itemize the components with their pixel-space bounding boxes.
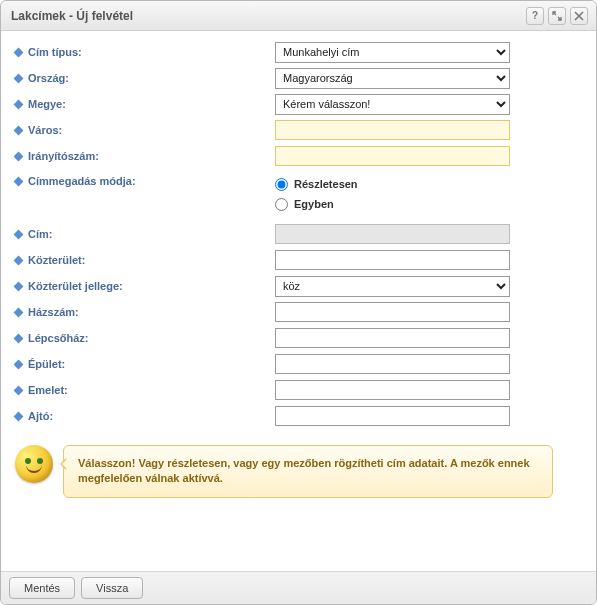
- bullet-icon: [14, 385, 24, 395]
- label-lepcsohaz: Lépcsőház:: [28, 332, 89, 344]
- label-epulet: Épület:: [28, 358, 65, 370]
- input-ajto[interactable]: [275, 406, 510, 426]
- label-kozterulet: Közterület:: [28, 254, 85, 266]
- help-icon: ?: [532, 10, 538, 21]
- input-emelet[interactable]: [275, 380, 510, 400]
- help-button[interactable]: ?: [526, 7, 544, 25]
- row-megye: Megye: Kérem válasszon!: [15, 93, 582, 115]
- label-cim-tipus: Cím típus:: [28, 46, 82, 58]
- smiley-icon: [15, 445, 53, 483]
- titlebar: Lakcímek - Új felvétel ?: [1, 1, 596, 31]
- form-content: Cím típus: Munkahelyi cím Ország: Magyar…: [1, 31, 596, 571]
- back-button[interactable]: Vissza: [81, 577, 143, 599]
- close-button[interactable]: [570, 7, 588, 25]
- row-cim-tipus: Cím típus: Munkahelyi cím: [15, 41, 582, 63]
- row-cim: Cím:: [15, 223, 582, 245]
- row-ajto: Ajtó:: [15, 405, 582, 427]
- row-kozterulet: Közterület:: [15, 249, 582, 271]
- bullet-icon: [14, 125, 24, 135]
- save-button[interactable]: Mentés: [9, 577, 75, 599]
- hint-text: Válasszon! Vagy részletesen, vagy egy me…: [78, 457, 530, 484]
- input-lepcsohaz[interactable]: [275, 328, 510, 348]
- bullet-icon: [14, 333, 24, 343]
- maximize-button[interactable]: [548, 7, 566, 25]
- label-cim: Cím:: [28, 228, 52, 240]
- row-orszag: Ország: Magyarország: [15, 67, 582, 89]
- bullet-icon: [14, 359, 24, 369]
- label-emelet: Emelet:: [28, 384, 68, 396]
- label-iranyitoszam: Irányítószám:: [28, 150, 99, 162]
- radio-label-egyben[interactable]: Egyben: [294, 198, 334, 210]
- input-epulet[interactable]: [275, 354, 510, 374]
- bullet-icon: [14, 176, 24, 186]
- expand-icon: [552, 11, 562, 21]
- row-emelet: Emelet:: [15, 379, 582, 401]
- dialog-window: Lakcímek - Új felvétel ? Cím típus: Munk…: [0, 0, 597, 605]
- bullet-icon: [14, 99, 24, 109]
- bullet-icon: [14, 255, 24, 265]
- input-varos[interactable]: [275, 120, 510, 140]
- bullet-icon: [14, 151, 24, 161]
- radio-label-reszletesen[interactable]: Részletesen: [294, 178, 358, 190]
- row-varos: Város:: [15, 119, 582, 141]
- select-megye[interactable]: Kérem válasszon!: [275, 94, 510, 115]
- bullet-icon: [14, 307, 24, 317]
- bullet-icon: [14, 73, 24, 83]
- footer: Mentés Vissza: [1, 571, 596, 604]
- select-orszag[interactable]: Magyarország: [275, 68, 510, 89]
- label-hazszam: Házszám:: [28, 306, 79, 318]
- row-epulet: Épület:: [15, 353, 582, 375]
- label-ajto: Ajtó:: [28, 410, 53, 422]
- close-icon: [574, 11, 584, 21]
- label-varos: Város:: [28, 124, 62, 136]
- label-kozterulet-jelleg: Közterület jellege:: [28, 280, 123, 292]
- row-iranyitoszam: Irányítószám:: [15, 145, 582, 167]
- bullet-icon: [14, 411, 24, 421]
- label-megye: Megye:: [28, 98, 66, 110]
- radio-reszletesen[interactable]: [275, 178, 288, 191]
- row-kozterulet-jelleg: Közterület jellege: köz: [15, 275, 582, 297]
- input-iranyitoszam[interactable]: [275, 146, 510, 166]
- select-cim-tipus[interactable]: Munkahelyi cím: [275, 42, 510, 63]
- hint-box: Válasszon! Vagy részletesen, vagy egy me…: [15, 445, 582, 498]
- row-cimmegadas: Címmegadás módja: Részletesen Egyben: [15, 171, 582, 217]
- bullet-icon: [14, 281, 24, 291]
- input-cim: [275, 224, 510, 244]
- input-hazszam[interactable]: [275, 302, 510, 322]
- radio-egyben[interactable]: [275, 198, 288, 211]
- bullet-icon: [14, 47, 24, 57]
- row-hazszam: Házszám:: [15, 301, 582, 323]
- row-lepcsohaz: Lépcsőház:: [15, 327, 582, 349]
- hint-bubble: Válasszon! Vagy részletesen, vagy egy me…: [63, 445, 553, 498]
- input-kozterulet[interactable]: [275, 250, 510, 270]
- label-orszag: Ország:: [28, 72, 69, 84]
- label-cimmegadas: Címmegadás módja:: [28, 175, 136, 187]
- window-title: Lakcímek - Új felvétel: [11, 9, 522, 23]
- bullet-icon: [14, 229, 24, 239]
- select-kozterulet-jelleg[interactable]: köz: [275, 276, 510, 297]
